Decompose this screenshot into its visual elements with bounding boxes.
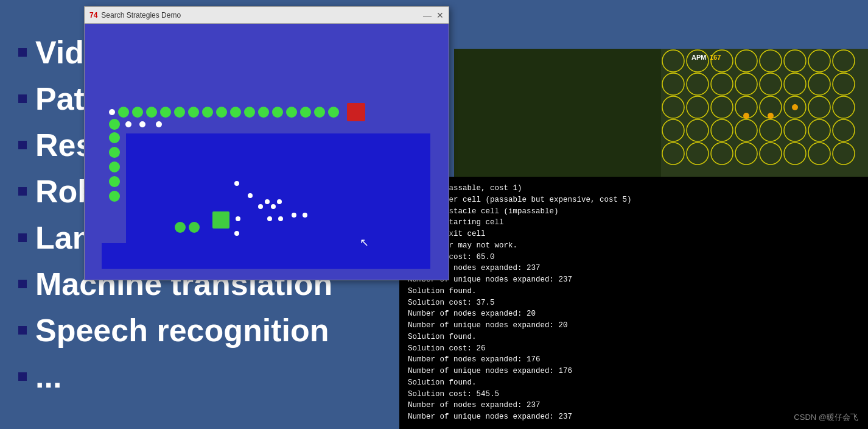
bottom-dark-rect xyxy=(102,243,430,269)
terminal-line-2: tes a water cell (passable but expensive… xyxy=(408,194,859,206)
svg-point-43 xyxy=(768,113,774,119)
dot-green-9 xyxy=(230,107,241,118)
scatter-dot-1 xyxy=(234,181,239,186)
svg-point-44 xyxy=(792,104,798,110)
terminal-line-5: tes the exit cell xyxy=(408,229,859,240)
dot-green-14 xyxy=(300,107,311,118)
dot-green-6 xyxy=(188,107,199,118)
list-item-text-speech-recognition: Speech recognition xyxy=(35,312,329,349)
svg-text:167: 167 xyxy=(710,54,721,61)
terminal-line-7: zes may or may not work. xyxy=(408,240,859,252)
window-title-text: Search Strategies Demo xyxy=(101,11,423,20)
red-exit-square xyxy=(347,103,365,121)
dot-green-7 xyxy=(202,107,213,118)
dot-left-3 xyxy=(109,161,120,172)
terminal-line-17: Solution cost: 26 xyxy=(408,343,859,355)
second-dot-row xyxy=(109,119,162,130)
terminal-line-18: Number of nodes expanded: 176 xyxy=(408,354,859,366)
scatter-dot-11 xyxy=(292,213,296,218)
terminal-line-13: Solution cost: 37.5 xyxy=(408,297,859,309)
terminal-line-16: Solution found. xyxy=(408,332,859,343)
scatter-dot-9 xyxy=(278,216,283,221)
terminal-line-11: Number of unique nodes expanded: 237 xyxy=(408,274,859,286)
list-item-ellipsis: ... xyxy=(18,358,359,395)
dot-white-r2-3 xyxy=(156,121,162,127)
svg-point-42 xyxy=(743,113,749,119)
dot-bot-1 xyxy=(175,222,186,233)
dot-green-10 xyxy=(244,107,255,118)
terminal-line-20: Solution found. xyxy=(408,377,859,389)
close-button[interactable]: ✕ xyxy=(436,10,444,20)
bullet-speech-recognition xyxy=(18,326,27,335)
agent-square xyxy=(212,211,229,229)
terminal-line-19: Number of unique nodes expanded: 176 xyxy=(408,366,859,377)
dot-green-8 xyxy=(216,107,227,118)
dot-white-r2-1 xyxy=(125,121,131,127)
watermark: CSDN @暖仔会飞 xyxy=(794,412,858,423)
svg-text:APM: APM xyxy=(691,54,706,61)
scatter-dot-3 xyxy=(265,199,270,204)
scatter-dot-6 xyxy=(271,204,276,209)
scatter-dot-8 xyxy=(267,216,272,221)
game-overlay: APM 167 xyxy=(454,49,868,177)
dot-green-13 xyxy=(286,107,297,118)
dot-green-3 xyxy=(146,107,157,118)
terminal-line-12: Solution found. xyxy=(408,286,859,297)
bullet-language xyxy=(18,233,27,242)
bullet-video xyxy=(18,48,27,57)
game-map-svg: APM 167 xyxy=(454,49,868,177)
bullet-path xyxy=(18,94,27,103)
dot-green-2 xyxy=(132,107,143,118)
scatter-dot-10 xyxy=(234,231,239,236)
dot-left-5 xyxy=(109,191,120,202)
bullet-resource xyxy=(18,141,27,149)
terminal-line-15: Number of unique nodes expanded: 20 xyxy=(408,320,859,332)
window-titlebar: 74 Search Strategies Demo — ✕ xyxy=(85,7,449,24)
scatter-dot-2 xyxy=(248,193,253,198)
bullet-ellipsis xyxy=(18,372,27,381)
window-body: ↖ xyxy=(85,24,449,280)
dot-green-12 xyxy=(272,107,283,118)
dot-left-2 xyxy=(109,147,120,158)
terminal-line-14: Number of nodes expanded: 20 xyxy=(408,308,859,320)
dot-green-5 xyxy=(174,107,185,118)
dot-green-r2-1 xyxy=(109,119,120,130)
terminal-line-4: tes the starting cell xyxy=(408,217,859,229)
dot-green-4 xyxy=(160,107,171,118)
demo-window: 74 Search Strategies Demo — ✕ xyxy=(84,6,449,280)
dot-green-11 xyxy=(258,107,269,118)
bullet-machine-translation xyxy=(18,280,27,288)
list-item-text-ellipsis: ... xyxy=(35,358,61,395)
terminal-line-21: Solution cost: 545.5 xyxy=(408,389,859,400)
terminal-console: Square (passable, cost 1) tes a water ce… xyxy=(399,177,868,429)
left-col-dots xyxy=(109,132,120,202)
terminal-line-1: Square (passable, cost 1) xyxy=(408,183,859,194)
cursor-icon: ↖ xyxy=(360,236,369,249)
terminal-line-3: tes an obstacle cell (impassable) xyxy=(408,206,859,218)
dot-bot-2 xyxy=(189,222,200,233)
dot-white-1 xyxy=(109,109,115,115)
dot-green-16 xyxy=(328,107,339,118)
inner-dark-rect xyxy=(126,133,430,246)
terminal-line-23: Number of unique nodes expanded: 237 xyxy=(408,411,859,423)
minimize-button[interactable]: — xyxy=(423,10,432,20)
dot-left-4 xyxy=(109,176,120,187)
bullet-robot xyxy=(18,187,27,196)
list-item-speech-recognition: Speech recognition xyxy=(18,312,359,349)
scatter-dot-5 xyxy=(258,204,263,209)
terminal-line-22: Number of nodes expanded: 237 xyxy=(408,400,859,411)
terminal-line-10: Number of nodes expanded: 237 xyxy=(408,263,859,274)
dot-green-1 xyxy=(118,107,129,118)
scatter-dot-7 xyxy=(236,216,240,221)
top-area xyxy=(85,24,449,103)
scatter-dot-4 xyxy=(277,199,282,204)
window-controls: — ✕ xyxy=(423,10,444,20)
dot-white-r2-2 xyxy=(139,121,145,127)
dot-left-1 xyxy=(109,132,120,143)
terminal-line-9: Solution cost: 65.0 xyxy=(408,252,859,263)
svg-rect-1 xyxy=(454,49,661,177)
dot-green-15 xyxy=(314,107,325,118)
game-screenshot: APM 167 xyxy=(454,49,868,177)
window-title-icon: 74 xyxy=(89,11,97,20)
scatter-dot-12 xyxy=(303,213,307,218)
